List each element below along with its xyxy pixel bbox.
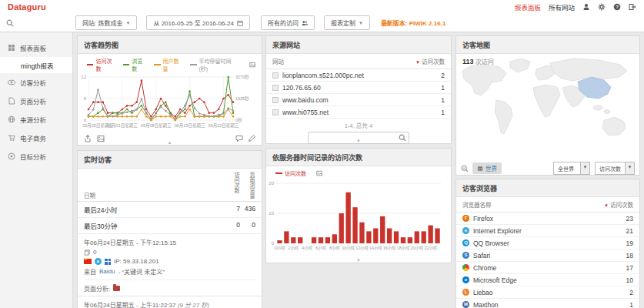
col-visits: 访问次数 — [225, 172, 240, 199]
search-icon[interactable] — [6, 19, 14, 27]
signout-icon[interactable] — [629, 3, 636, 11]
visit-datetime: 年06月24日星期五 - 下午12:15:15 — [84, 238, 255, 246]
legend-swatch — [154, 64, 160, 65]
map-controls: 世界 全世界 ▼ 访问次数 ▼ — [456, 159, 639, 178]
annotations-icon[interactable] — [235, 135, 243, 142]
browser-row[interactable]: QQQ Browser19 — [456, 237, 639, 249]
widget-header[interactable]: 实时访客 — [78, 151, 262, 169]
sidebar-item[interactable]: 电子商务 — [0, 129, 72, 147]
widget-header[interactable]: 来源网站 — [266, 36, 451, 54]
people-icon — [302, 20, 308, 26]
dashboard-icon — [8, 44, 15, 52]
browser-row[interactable]: Chrome17 — [456, 262, 639, 274]
visit-source: 来自 Baidu - “关键词 未定义” — [84, 267, 255, 276]
site-selector[interactable]: 网站: 炼数成金 ▼ — [75, 15, 137, 30]
nav-all-websites-link[interactable]: 所有网站 — [549, 2, 575, 12]
panel-visitor-map: 访客地图 113 次访问 — [455, 35, 640, 176]
referrer-row[interactable]: 120.76.65.601 — [266, 82, 451, 94]
widget-header[interactable]: 访客浏览器 — [456, 179, 639, 197]
map-metric-value: 访问次数 — [596, 162, 625, 174]
sort-desc-icon[interactable]: ▼ — [415, 60, 420, 65]
help-icon[interactable]: ? — [613, 3, 621, 11]
browser-name: QQ Browser — [473, 239, 622, 247]
world-zoom-button[interactable]: 世界 — [472, 162, 502, 174]
segment-selector[interactable]: 所有的访问 — [261, 15, 315, 30]
col-pageviews: 页面浏览量 — [240, 172, 255, 199]
visitor-log-entry: 年06月24日星期五 - 下午12:15:15 0eIP: 59.33.18.2… — [78, 234, 262, 296]
image-export-icon[interactable] — [97, 135, 105, 142]
widget-header[interactable]: 访客趋势图 — [78, 36, 262, 54]
realtime-summary-row[interactable]: 最后30分钟00 — [78, 218, 262, 234]
legend-item[interactable]: 浏览数 — [123, 57, 147, 72]
visits-per-hour-chart[interactable]: 010200小时2小时4小时6小时8小时10小时12小时14小时16小时18小时… — [266, 177, 451, 260]
legend-item[interactable]: 访问次数 — [275, 169, 306, 177]
svg-text:6: 6 — [84, 96, 87, 101]
toolbar: 网站: 炼数成金 ▼ 从 2016-05-25 至 2016-06-24 所有的… — [0, 14, 644, 32]
referrer-row[interactable]: lionplancom.s521.000pc.net2 — [266, 69, 451, 82]
nav-dashboard-link[interactable]: 报表面板 — [515, 2, 541, 12]
legend-item[interactable]: 访问次数 — [87, 57, 116, 72]
table-search-input[interactable] — [309, 133, 399, 142]
world-map-svg[interactable] — [456, 54, 639, 159]
browser-row[interactable]: MMaxthon1 — [456, 299, 639, 308]
version-notice[interactable]: 最新版本: PIWIK 2.16.1 — [381, 18, 445, 27]
search-icon[interactable] — [399, 134, 406, 142]
col-visits[interactable]: 访问次数 — [422, 59, 445, 65]
browser-row[interactable]: SSafari18 — [456, 249, 639, 262]
sort-desc-icon[interactable]: ▼ — [604, 203, 609, 208]
map-metric-select[interactable]: 访问次数 ▼ — [595, 162, 635, 175]
referrer-row[interactable]: www.baidu.com1 — [266, 94, 451, 106]
visitor-trend-chart[interactable]: 00秒61635秒123270秒05月25日星期三06月01日星期三06月08日… — [78, 72, 262, 137]
date-range-selector[interactable]: 从 2016-05-25 至 2016-06-24 — [146, 15, 250, 30]
referrer-table-header: 网站 ▼访问次数 — [266, 54, 451, 69]
collapse-caret-icon[interactable]: ▼ — [356, 258, 361, 263]
browser-row[interactable]: LLiebao2 — [456, 286, 639, 299]
image-icon — [316, 170, 322, 176]
pageview-count-link[interactable]: 0 — [93, 249, 96, 256]
folder-icon[interactable] — [113, 286, 120, 291]
widget-header[interactable]: 依服务器时间记录的访问次数 — [266, 149, 451, 166]
col-website: 网站 — [272, 57, 415, 65]
widget-header[interactable]: 访客地图 — [456, 36, 639, 54]
windows-icon — [105, 259, 111, 265]
browser-row[interactable]: eInternet Explorer21 — [456, 225, 639, 237]
referrer-site: www.baidu.com — [282, 96, 437, 104]
chevron-down-icon: ▼ — [125, 21, 130, 25]
sidebar-item[interactable]: 来源分析 — [0, 110, 72, 129]
trend-legend: 访问次数浏览数用户数量平均停留时间 (秒) — [78, 54, 262, 72]
sidebar-item[interactable]: 报表面板 — [0, 38, 72, 57]
map-region-select[interactable]: 全世界 ▼ — [553, 162, 590, 175]
sidebar-item[interactable]: 访客分析 — [0, 73, 72, 92]
svg-text:06月01日星期三: 06月01日星期三 — [107, 123, 138, 129]
legend-item[interactable]: 用户数量 — [154, 57, 183, 72]
referrer-row[interactable]: www.hi0755.net1 — [266, 106, 451, 119]
sidebar-item[interactable]: mingth报表 — [0, 57, 72, 73]
user-icon[interactable] — [582, 3, 590, 11]
browser-name: Maxthon — [473, 301, 626, 308]
referrer-link[interactable]: Baidu — [99, 268, 115, 275]
legend-swatch — [190, 64, 197, 65]
export-icon[interactable] — [84, 135, 92, 142]
sidebar-item[interactable]: 目标分析 — [0, 147, 72, 166]
edit-annotation-icon[interactable] — [248, 135, 255, 142]
collapse-caret-icon[interactable]: ▼ — [356, 139, 361, 143]
browser-row[interactable]: eMicrosoft Edge10 — [456, 274, 639, 286]
sidebar-item[interactable]: 页面分析 — [0, 92, 72, 110]
legend-item[interactable]: 平均停留时间 (秒) — [190, 57, 239, 72]
col-visits[interactable]: 访问次数 — [610, 202, 633, 209]
col-browser-name: 浏览器名称 — [462, 200, 604, 209]
panel-visitor-browsers: 访客浏览器 浏览器名称 ▼访问次数 FFirefox23eInternet Ex… — [455, 179, 640, 308]
referrers-icon — [8, 116, 15, 123]
report-menu[interactable]: 报表定制 ▼ — [324, 15, 370, 30]
calendar-icon — [237, 20, 243, 26]
gear-icon[interactable] — [598, 3, 606, 11]
sidebar-item-label: 访客分析 — [20, 78, 46, 87]
legend-swatch — [123, 64, 129, 65]
realtime-summary-row[interactable]: 最后24小时7436 — [78, 202, 262, 218]
date-range-label: 从 2016-05-25 至 2016-06-24 — [153, 18, 234, 27]
zoom-out-icon[interactable] — [461, 165, 469, 172]
browser-visits: 2 — [629, 289, 633, 296]
collapse-caret-icon[interactable]: ▲ — [168, 140, 172, 145]
world-map[interactable]: 113 次访问 — [456, 54, 639, 159]
browser-row[interactable]: FFirefox23 — [456, 213, 639, 225]
